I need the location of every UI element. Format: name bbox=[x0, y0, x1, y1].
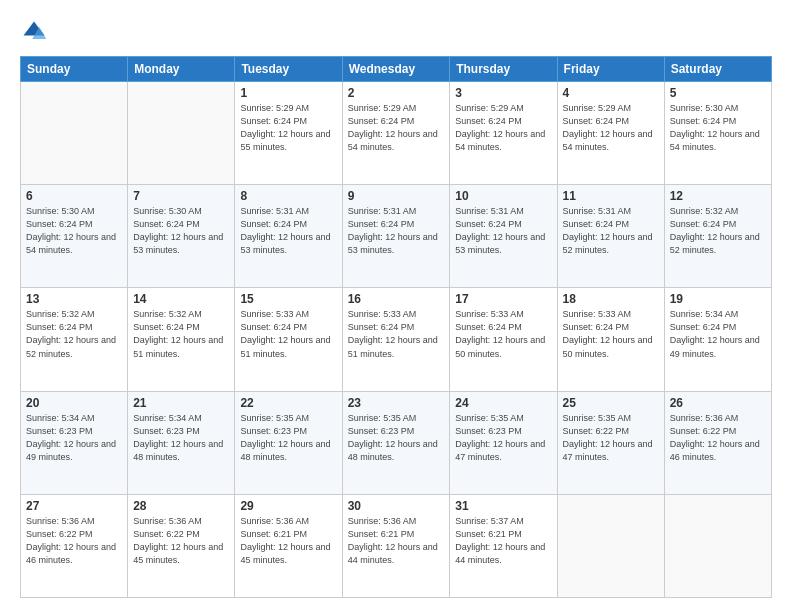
day-number: 3 bbox=[455, 86, 551, 100]
day-number: 23 bbox=[348, 396, 445, 410]
calendar-cell: 6Sunrise: 5:30 AM Sunset: 6:24 PM Daylig… bbox=[21, 185, 128, 288]
calendar-day-header: Wednesday bbox=[342, 57, 450, 82]
calendar-cell: 4Sunrise: 5:29 AM Sunset: 6:24 PM Daylig… bbox=[557, 82, 664, 185]
day-number: 14 bbox=[133, 292, 229, 306]
calendar-cell: 8Sunrise: 5:31 AM Sunset: 6:24 PM Daylig… bbox=[235, 185, 342, 288]
day-info: Sunrise: 5:33 AM Sunset: 6:24 PM Dayligh… bbox=[240, 308, 336, 360]
day-info: Sunrise: 5:35 AM Sunset: 6:23 PM Dayligh… bbox=[240, 412, 336, 464]
calendar-cell bbox=[128, 82, 235, 185]
calendar-cell: 5Sunrise: 5:30 AM Sunset: 6:24 PM Daylig… bbox=[664, 82, 771, 185]
day-info: Sunrise: 5:31 AM Sunset: 6:24 PM Dayligh… bbox=[563, 205, 659, 257]
day-info: Sunrise: 5:35 AM Sunset: 6:23 PM Dayligh… bbox=[348, 412, 445, 464]
calendar-day-header: Friday bbox=[557, 57, 664, 82]
day-info: Sunrise: 5:29 AM Sunset: 6:24 PM Dayligh… bbox=[240, 102, 336, 154]
calendar-cell: 27Sunrise: 5:36 AM Sunset: 6:22 PM Dayli… bbox=[21, 494, 128, 597]
day-info: Sunrise: 5:35 AM Sunset: 6:23 PM Dayligh… bbox=[455, 412, 551, 464]
day-info: Sunrise: 5:29 AM Sunset: 6:24 PM Dayligh… bbox=[563, 102, 659, 154]
calendar-cell: 14Sunrise: 5:32 AM Sunset: 6:24 PM Dayli… bbox=[128, 288, 235, 391]
header bbox=[20, 18, 772, 46]
day-info: Sunrise: 5:31 AM Sunset: 6:24 PM Dayligh… bbox=[240, 205, 336, 257]
calendar-cell: 22Sunrise: 5:35 AM Sunset: 6:23 PM Dayli… bbox=[235, 391, 342, 494]
day-info: Sunrise: 5:32 AM Sunset: 6:24 PM Dayligh… bbox=[133, 308, 229, 360]
calendar-cell: 31Sunrise: 5:37 AM Sunset: 6:21 PM Dayli… bbox=[450, 494, 557, 597]
day-number: 4 bbox=[563, 86, 659, 100]
calendar-cell: 11Sunrise: 5:31 AM Sunset: 6:24 PM Dayli… bbox=[557, 185, 664, 288]
calendar-cell: 17Sunrise: 5:33 AM Sunset: 6:24 PM Dayli… bbox=[450, 288, 557, 391]
calendar-cell: 21Sunrise: 5:34 AM Sunset: 6:23 PM Dayli… bbox=[128, 391, 235, 494]
page: SundayMondayTuesdayWednesdayThursdayFrid… bbox=[0, 0, 792, 612]
calendar-header-row: SundayMondayTuesdayWednesdayThursdayFrid… bbox=[21, 57, 772, 82]
day-number: 12 bbox=[670, 189, 766, 203]
day-number: 18 bbox=[563, 292, 659, 306]
day-number: 10 bbox=[455, 189, 551, 203]
calendar-cell bbox=[557, 494, 664, 597]
day-number: 21 bbox=[133, 396, 229, 410]
calendar-cell: 26Sunrise: 5:36 AM Sunset: 6:22 PM Dayli… bbox=[664, 391, 771, 494]
day-info: Sunrise: 5:34 AM Sunset: 6:23 PM Dayligh… bbox=[26, 412, 122, 464]
calendar-cell: 25Sunrise: 5:35 AM Sunset: 6:22 PM Dayli… bbox=[557, 391, 664, 494]
calendar-cell: 15Sunrise: 5:33 AM Sunset: 6:24 PM Dayli… bbox=[235, 288, 342, 391]
calendar-cell: 13Sunrise: 5:32 AM Sunset: 6:24 PM Dayli… bbox=[21, 288, 128, 391]
calendar-cell: 19Sunrise: 5:34 AM Sunset: 6:24 PM Dayli… bbox=[664, 288, 771, 391]
calendar-day-header: Monday bbox=[128, 57, 235, 82]
calendar-day-header: Thursday bbox=[450, 57, 557, 82]
day-info: Sunrise: 5:34 AM Sunset: 6:24 PM Dayligh… bbox=[670, 308, 766, 360]
day-number: 25 bbox=[563, 396, 659, 410]
day-number: 7 bbox=[133, 189, 229, 203]
day-number: 30 bbox=[348, 499, 445, 513]
calendar-day-header: Saturday bbox=[664, 57, 771, 82]
day-number: 6 bbox=[26, 189, 122, 203]
calendar-cell: 1Sunrise: 5:29 AM Sunset: 6:24 PM Daylig… bbox=[235, 82, 342, 185]
calendar-cell: 30Sunrise: 5:36 AM Sunset: 6:21 PM Dayli… bbox=[342, 494, 450, 597]
calendar-cell bbox=[21, 82, 128, 185]
day-info: Sunrise: 5:32 AM Sunset: 6:24 PM Dayligh… bbox=[26, 308, 122, 360]
day-number: 11 bbox=[563, 189, 659, 203]
calendar-table: SundayMondayTuesdayWednesdayThursdayFrid… bbox=[20, 56, 772, 598]
day-info: Sunrise: 5:31 AM Sunset: 6:24 PM Dayligh… bbox=[348, 205, 445, 257]
day-number: 26 bbox=[670, 396, 766, 410]
day-info: Sunrise: 5:33 AM Sunset: 6:24 PM Dayligh… bbox=[563, 308, 659, 360]
day-info: Sunrise: 5:30 AM Sunset: 6:24 PM Dayligh… bbox=[26, 205, 122, 257]
day-number: 9 bbox=[348, 189, 445, 203]
day-info: Sunrise: 5:36 AM Sunset: 6:22 PM Dayligh… bbox=[26, 515, 122, 567]
calendar-cell: 29Sunrise: 5:36 AM Sunset: 6:21 PM Dayli… bbox=[235, 494, 342, 597]
day-number: 20 bbox=[26, 396, 122, 410]
calendar-week-row: 6Sunrise: 5:30 AM Sunset: 6:24 PM Daylig… bbox=[21, 185, 772, 288]
day-number: 15 bbox=[240, 292, 336, 306]
calendar-cell: 20Sunrise: 5:34 AM Sunset: 6:23 PM Dayli… bbox=[21, 391, 128, 494]
calendar-cell: 24Sunrise: 5:35 AM Sunset: 6:23 PM Dayli… bbox=[450, 391, 557, 494]
calendar-week-row: 27Sunrise: 5:36 AM Sunset: 6:22 PM Dayli… bbox=[21, 494, 772, 597]
calendar-day-header: Sunday bbox=[21, 57, 128, 82]
calendar-cell: 2Sunrise: 5:29 AM Sunset: 6:24 PM Daylig… bbox=[342, 82, 450, 185]
day-number: 2 bbox=[348, 86, 445, 100]
day-number: 29 bbox=[240, 499, 336, 513]
calendar-cell: 7Sunrise: 5:30 AM Sunset: 6:24 PM Daylig… bbox=[128, 185, 235, 288]
calendar-week-row: 20Sunrise: 5:34 AM Sunset: 6:23 PM Dayli… bbox=[21, 391, 772, 494]
calendar-cell: 18Sunrise: 5:33 AM Sunset: 6:24 PM Dayli… bbox=[557, 288, 664, 391]
calendar-week-row: 13Sunrise: 5:32 AM Sunset: 6:24 PM Dayli… bbox=[21, 288, 772, 391]
day-info: Sunrise: 5:36 AM Sunset: 6:21 PM Dayligh… bbox=[240, 515, 336, 567]
day-info: Sunrise: 5:33 AM Sunset: 6:24 PM Dayligh… bbox=[348, 308, 445, 360]
day-number: 19 bbox=[670, 292, 766, 306]
calendar-cell: 16Sunrise: 5:33 AM Sunset: 6:24 PM Dayli… bbox=[342, 288, 450, 391]
day-number: 31 bbox=[455, 499, 551, 513]
calendar-cell: 28Sunrise: 5:36 AM Sunset: 6:22 PM Dayli… bbox=[128, 494, 235, 597]
day-number: 13 bbox=[26, 292, 122, 306]
day-number: 1 bbox=[240, 86, 336, 100]
day-number: 28 bbox=[133, 499, 229, 513]
day-info: Sunrise: 5:31 AM Sunset: 6:24 PM Dayligh… bbox=[455, 205, 551, 257]
day-info: Sunrise: 5:29 AM Sunset: 6:24 PM Dayligh… bbox=[455, 102, 551, 154]
calendar-cell: 23Sunrise: 5:35 AM Sunset: 6:23 PM Dayli… bbox=[342, 391, 450, 494]
logo-icon bbox=[20, 18, 48, 46]
calendar-cell bbox=[664, 494, 771, 597]
day-number: 16 bbox=[348, 292, 445, 306]
day-number: 17 bbox=[455, 292, 551, 306]
day-info: Sunrise: 5:33 AM Sunset: 6:24 PM Dayligh… bbox=[455, 308, 551, 360]
calendar-cell: 12Sunrise: 5:32 AM Sunset: 6:24 PM Dayli… bbox=[664, 185, 771, 288]
calendar-week-row: 1Sunrise: 5:29 AM Sunset: 6:24 PM Daylig… bbox=[21, 82, 772, 185]
calendar-cell: 10Sunrise: 5:31 AM Sunset: 6:24 PM Dayli… bbox=[450, 185, 557, 288]
day-info: Sunrise: 5:35 AM Sunset: 6:22 PM Dayligh… bbox=[563, 412, 659, 464]
day-number: 5 bbox=[670, 86, 766, 100]
logo bbox=[20, 18, 52, 46]
day-info: Sunrise: 5:29 AM Sunset: 6:24 PM Dayligh… bbox=[348, 102, 445, 154]
